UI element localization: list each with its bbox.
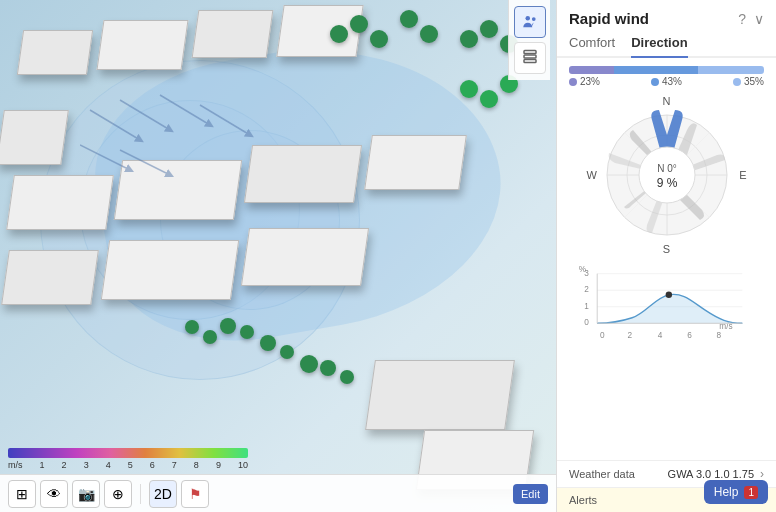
- tab-direction[interactable]: Direction: [631, 35, 687, 58]
- grid-button[interactable]: ⊞: [8, 480, 36, 508]
- building: [364, 135, 467, 190]
- scale-label: 2: [62, 460, 67, 470]
- building: [365, 360, 515, 430]
- svg-line-3: [200, 105, 250, 135]
- layers-icon: [521, 49, 539, 67]
- svg-text:2: 2: [627, 331, 632, 340]
- scale-label: 1: [40, 460, 45, 470]
- tree: [370, 30, 388, 48]
- legend-bar: [557, 58, 776, 74]
- side-icons-panel: [508, 0, 550, 80]
- svg-point-18: [639, 147, 695, 203]
- svg-rect-10: [524, 51, 536, 54]
- building: [241, 228, 369, 286]
- svg-text:0: 0: [584, 318, 589, 327]
- svg-text:%: %: [578, 265, 586, 274]
- building: [0, 110, 69, 165]
- tree: [185, 320, 199, 334]
- scale-labels: m/s 1 2 3 4 5 6 7 8 9 10: [8, 460, 248, 470]
- people-icon-button[interactable]: [514, 6, 546, 38]
- svg-rect-8: [524, 55, 536, 58]
- tree: [460, 30, 478, 48]
- toolbar-separator: [140, 484, 141, 504]
- color-scale-bar: [8, 448, 248, 458]
- svg-text:N 0°: N 0°: [657, 163, 677, 174]
- target-button[interactable]: ⊕: [104, 480, 132, 508]
- legend-dot-1: [569, 78, 577, 86]
- panel-header-icons: ? ∨: [738, 11, 764, 27]
- building: [192, 10, 274, 58]
- map-area[interactable]: m/s 1 2 3 4 5 6 7 8 9 10 ⊞ 👁 📷 ⊕ 2D ⚑ Ed…: [0, 0, 556, 512]
- tree: [300, 355, 318, 373]
- compass-container: N S E W: [587, 95, 747, 255]
- tree: [240, 325, 254, 339]
- 2d-button[interactable]: 2D: [149, 480, 177, 508]
- svg-line-2: [160, 95, 210, 125]
- scale-label: 9: [216, 460, 221, 470]
- scale-label: 5: [128, 460, 133, 470]
- building: [96, 20, 188, 70]
- wind-arrows: [80, 90, 280, 190]
- wind-rose-section: N S E W: [557, 87, 776, 460]
- scale-label: 7: [172, 460, 177, 470]
- camera-button[interactable]: 📷: [72, 480, 100, 508]
- tree: [480, 90, 498, 108]
- help-icon[interactable]: ?: [738, 11, 746, 27]
- weather-data-values: GWA 3.0 1.0 1.75: [668, 468, 754, 480]
- legend-gradient: [569, 66, 764, 74]
- tree: [420, 25, 438, 43]
- right-panel: Rapid wind ? ∨ Comfort Direction 23% 43%…: [556, 0, 776, 512]
- building: [17, 30, 93, 75]
- scale-label: 4: [106, 460, 111, 470]
- svg-text:4: 4: [657, 331, 662, 340]
- svg-point-37: [665, 292, 671, 298]
- tree: [203, 330, 217, 344]
- svg-line-1: [120, 100, 170, 130]
- flag-button[interactable]: ⚑: [181, 480, 209, 508]
- legend-pct-1: 23%: [580, 76, 600, 87]
- legend-pct-2: 43%: [662, 76, 682, 87]
- svg-point-6: [525, 16, 530, 21]
- 2d-label: 2D: [154, 486, 172, 502]
- svg-rect-9: [524, 60, 536, 63]
- tree: [220, 318, 236, 334]
- edit-button[interactable]: Edit: [513, 484, 548, 504]
- tab-comfort[interactable]: Comfort: [569, 35, 615, 58]
- scale-label: 8: [194, 460, 199, 470]
- tree: [260, 335, 276, 351]
- scale-label: 3: [84, 460, 89, 470]
- weather-data-label: Weather data: [569, 468, 635, 480]
- scale-label: 10: [238, 460, 248, 470]
- tree: [460, 80, 478, 98]
- svg-text:0: 0: [599, 331, 604, 340]
- svg-text:6: 6: [687, 331, 692, 340]
- building: [276, 5, 363, 57]
- layers-icon-button[interactable]: [514, 42, 546, 74]
- scale-label: 6: [150, 460, 155, 470]
- tree: [320, 360, 336, 376]
- svg-text:9 %: 9 %: [656, 176, 677, 190]
- legend-labels: 23% 43% 35%: [557, 74, 776, 87]
- svg-line-0: [90, 110, 140, 140]
- legend-dot-2: [651, 78, 659, 86]
- people-icon: [521, 13, 539, 31]
- panel-tabs: Comfort Direction: [557, 31, 776, 58]
- panel-header: Rapid wind ? ∨: [557, 0, 776, 27]
- collapse-icon[interactable]: ∨: [754, 11, 764, 27]
- weather-data-arrow[interactable]: ›: [760, 467, 764, 481]
- building: [101, 240, 239, 300]
- help-badge: 1: [744, 486, 758, 499]
- help-button[interactable]: Help 1: [704, 480, 768, 504]
- scale-label: m/s: [8, 460, 23, 470]
- legend-dot-3: [733, 78, 741, 86]
- svg-text:1: 1: [584, 302, 589, 311]
- alerts-label: Alerts: [569, 494, 597, 506]
- panel-title: Rapid wind: [569, 10, 649, 27]
- tree: [330, 25, 348, 43]
- svg-point-7: [531, 17, 535, 21]
- eye-button[interactable]: 👁: [40, 480, 68, 508]
- scale-container: m/s 1 2 3 4 5 6 7 8 9 10: [8, 448, 248, 470]
- tree: [480, 20, 498, 38]
- legend-item-2: 43%: [651, 76, 682, 87]
- bottom-toolbar: ⊞ 👁 📷 ⊕ 2D ⚑ Edit: [0, 474, 556, 512]
